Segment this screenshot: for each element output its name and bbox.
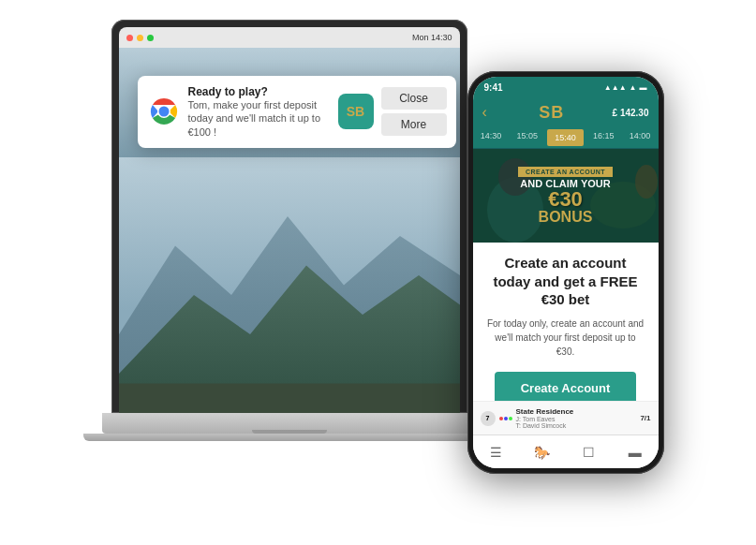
promo-line2: €30 <box>548 189 583 210</box>
trainer-name: T: David Simcock <box>516 422 637 429</box>
tab-1430[interactable]: 14:30 <box>473 127 510 148</box>
sb-logo-notification: SB <box>338 94 374 129</box>
phone-bottom-nav: ☰ 🐎 ☐ ▬ <box>473 435 659 468</box>
mac-min-dot <box>137 35 143 41</box>
promo-content: CREATE AN ACCOUNT AND CLAIM YOUR €30 BON… <box>473 149 659 243</box>
horse-odds: 7/1 <box>640 414 650 422</box>
battery-icon: ▬ <box>640 83 647 92</box>
mac-close-dot <box>126 35 133 41</box>
balance-display: £ 142.30 <box>613 108 649 118</box>
status-icons: ▲▲▲ ▲ ▬ <box>604 83 647 92</box>
svg-point-6 <box>158 107 169 117</box>
nav-horse-icon[interactable]: 🐎 <box>519 445 566 460</box>
notification-popup: Ready to play? Tom, make your first depo… <box>138 76 456 148</box>
racing-tabs: 14:30 15:05 15:40 16:15 14:00 <box>473 127 659 149</box>
close-button[interactable]: Close <box>381 87 447 110</box>
phone-app-header: ‹ SB £ 142.30 <box>473 97 659 127</box>
bet-entry: 7 State Residence J: Tom Eaves T: David … <box>481 407 651 429</box>
more-button[interactable]: More <box>381 113 447 136</box>
horse-info: State Residence J: Tom Eaves T: David Si… <box>516 407 637 429</box>
nav-account-icon[interactable]: ▬ <box>612 445 659 460</box>
silk-dot-2 <box>504 417 508 420</box>
laptop-screen-bezel: Mon 14:30 <box>119 27 460 413</box>
jockey-name: J: Tom Eaves <box>516 416 637 422</box>
status-time: 9:41 <box>484 82 604 93</box>
promo-line3: BONUS <box>539 210 593 225</box>
tab-1400[interactable]: 14:00 <box>622 127 659 148</box>
tab-1540[interactable]: 15:40 <box>547 129 584 146</box>
notification-text: Ready to play? Tom, make your first depo… <box>188 85 331 139</box>
tab-1505[interactable]: 15:05 <box>509 127 545 148</box>
back-arrow-icon[interactable]: ‹ <box>482 104 487 121</box>
bet-row: 7 State Residence J: Tom Eaves T: David … <box>473 401 659 435</box>
notification-body: Tom, make your first deposit today and w… <box>188 98 331 139</box>
mac-menubar-time: Mon 14:30 <box>412 33 452 42</box>
laptop-desktop: Ready to play? Tom, make your first depo… <box>119 48 460 413</box>
scene: Mon 14:30 <box>0 0 756 545</box>
nav-coupon-icon[interactable]: ☐ <box>566 445 613 460</box>
mac-menubar: Mon 14:30 <box>119 27 460 48</box>
phone-screen: 9:41 ▲▲▲ ▲ ▬ ‹ SB £ 142.30 14:30 15: <box>473 77 659 468</box>
promo-banner: CREATE AN ACCOUNT AND CLAIM YOUR €30 BON… <box>473 149 659 243</box>
laptop-base <box>102 413 477 434</box>
app-logo: SB <box>491 103 613 123</box>
silk-dot-3 <box>509 417 512 420</box>
laptop-foot <box>83 434 496 441</box>
chrome-icon <box>147 95 181 128</box>
silk-dot-1 <box>499 417 503 420</box>
notification-title: Ready to play? <box>188 85 331 98</box>
phone-modal: Create an account today and get a FREE €… <box>473 243 659 401</box>
modal-title: Create an account today and get a FREE €… <box>486 254 645 309</box>
create-account-button[interactable]: Create Account <box>495 372 637 402</box>
notification-buttons: Close More <box>381 87 447 136</box>
laptop-screen-outer: Mon 14:30 <box>111 20 467 413</box>
horse-number: 7 <box>481 411 496 426</box>
signal-icon: ▲▲▲ <box>604 83 627 92</box>
laptop: Mon 14:30 <box>93 20 486 525</box>
phone-statusbar: 9:41 ▲▲▲ ▲ ▬ <box>473 77 659 97</box>
modal-desc: For today only, create an account and we… <box>486 317 645 359</box>
nav-menu-icon[interactable]: ☰ <box>473 445 520 460</box>
tab-1615[interactable]: 16:15 <box>586 127 622 148</box>
promo-tag: CREATE AN ACCOUNT <box>518 167 613 177</box>
svg-rect-3 <box>119 384 460 414</box>
wifi-icon: ▲ <box>630 83 637 92</box>
phone-outer: 9:41 ▲▲▲ ▲ ▬ ‹ SB £ 142.30 14:30 15: <box>467 71 664 474</box>
mac-max-dot <box>147 35 154 41</box>
phone: 9:41 ▲▲▲ ▲ ▬ ‹ SB £ 142.30 14:30 15: <box>467 71 664 474</box>
horse-name: State Residence <box>516 407 637 416</box>
silk-colors <box>499 417 512 420</box>
